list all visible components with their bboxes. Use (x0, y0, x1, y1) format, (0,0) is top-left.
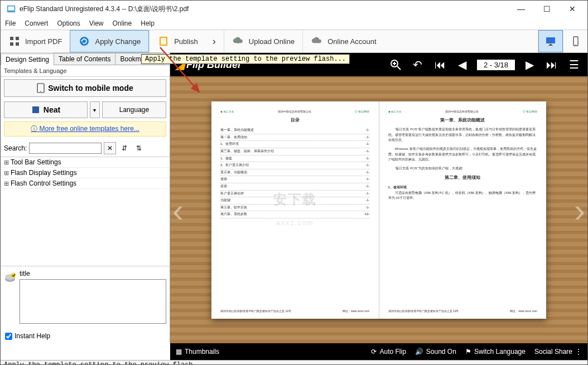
svg-rect-4 (10, 42, 13, 46)
monitor-icon (545, 36, 556, 47)
menu-icon[interactable]: ☰ (566, 57, 582, 72)
template-dropdown[interactable]: ▾ (90, 101, 100, 118)
svg-point-6 (80, 37, 89, 46)
prev-page-icon[interactable]: ◀ (455, 57, 470, 72)
upload-online-button[interactable]: Upload Online (224, 30, 302, 52)
window-title: eFlip Standard Unregistered 4.3.4 -- D:\… (20, 4, 508, 14)
mobile-icon (37, 83, 45, 93)
menu-bar: File Convert Options View Online Help (1, 17, 587, 30)
tab-design-setting[interactable]: Design Setting (1, 53, 54, 65)
expand-icon[interactable]: ⇵ (118, 142, 131, 154)
desktop-view-button[interactable] (538, 30, 563, 52)
prev-page-nav[interactable]: ‹ (172, 191, 184, 229)
refresh-icon (78, 35, 90, 47)
next-page-icon[interactable]: ▶ (522, 57, 537, 72)
sound-button[interactable]: 🔊 Sound On (415, 348, 456, 356)
mobile-icon (570, 36, 581, 47)
last-page-icon[interactable]: ⏭ (544, 57, 560, 72)
svg-rect-8 (161, 38, 166, 45)
thumbnails-button[interactable]: ▦ Thumbnails (176, 348, 219, 356)
page-indicator[interactable]: 2 - 3/18 (477, 60, 515, 70)
tree-flash-control[interactable]: Flash Control Settings (1, 178, 170, 189)
template-neat-button[interactable]: Neat (4, 101, 88, 118)
tooltip: Apply the template setting to the previe… (141, 54, 350, 64)
svg-rect-5 (16, 42, 19, 46)
instant-help-checkbox[interactable] (5, 333, 12, 340)
language-button[interactable]: Language (102, 101, 166, 118)
property-icon (4, 270, 16, 284)
publish-icon (157, 35, 170, 47)
import-pdf-button[interactable]: Import PDF (1, 30, 70, 52)
more-templates-link[interactable]: ⓘ More free online templates here... (4, 121, 166, 137)
menu-file[interactable]: File (5, 20, 16, 27)
svg-rect-2 (10, 37, 13, 40)
cloud-upload-icon (232, 35, 244, 47)
first-page-icon[interactable]: ⏮ (432, 57, 448, 72)
maximize-button[interactable]: ☐ (534, 1, 560, 17)
page-left: ◆ aLL'文长深圳中联信息科技有限公司◎ 每日网径 目录 第一章、系统功能概述… (211, 101, 379, 319)
import-icon (8, 35, 21, 47)
search-label: Search: (4, 144, 27, 152)
property-textarea[interactable] (20, 279, 166, 324)
app-icon (6, 4, 16, 14)
svg-rect-10 (550, 44, 552, 45)
svg-point-13 (575, 44, 576, 45)
publish-button[interactable]: Publish › (149, 30, 224, 52)
next-page-nav[interactable]: › (574, 191, 585, 229)
close-button[interactable]: ✕ (560, 1, 585, 17)
menu-options[interactable]: Options (57, 20, 80, 27)
cloud-icon (311, 35, 323, 47)
svg-rect-17 (32, 106, 39, 113)
clear-search-button[interactable]: ✕ (104, 142, 116, 154)
menu-help[interactable]: Help (141, 20, 155, 27)
page-right: ◆ aLL'文长深圳中联信息科技有限公司◎ 每日网径 第一章、系统功能概述 “每… (379, 101, 547, 319)
group-templates-language: Templates & Language (1, 65, 170, 77)
tree-flash-display[interactable]: Flash Display Settings (1, 168, 170, 178)
online-account-button[interactable]: Online Account (302, 30, 384, 52)
status-bar: Apply the template setting to the previe… (1, 360, 587, 365)
minimize-button[interactable]: ― (508, 1, 534, 17)
property-title: title (20, 270, 166, 278)
social-share-button[interactable]: Social Share ⋮ (534, 348, 582, 356)
tab-toc[interactable]: Table of Contents (54, 53, 115, 65)
collapse-icon[interactable]: ⇅ (133, 142, 145, 154)
svg-point-16 (40, 91, 41, 92)
tree-toolbar-settings[interactable]: Tool Bar Settings (1, 157, 170, 168)
svg-rect-1 (8, 7, 15, 11)
menu-convert[interactable]: Convert (25, 20, 48, 27)
apply-change-button[interactable]: Apply Change (70, 30, 149, 52)
switch-language-button[interactable]: ⚑ Switch Language (465, 348, 526, 356)
svg-rect-9 (546, 37, 555, 43)
instant-help-label: Instant Help (15, 332, 50, 340)
svg-rect-11 (548, 45, 553, 46)
chevron-right-icon: › (213, 36, 216, 47)
book-icon (31, 105, 40, 114)
auto-flip-button[interactable]: ⟳ Auto Flip (371, 348, 406, 356)
svg-rect-3 (16, 37, 19, 40)
zoom-in-icon[interactable] (388, 57, 403, 72)
menu-view[interactable]: View (89, 20, 104, 27)
search-input[interactable] (29, 143, 102, 154)
mobile-view-button[interactable] (563, 30, 587, 52)
menu-online[interactable]: Online (113, 20, 132, 27)
svg-line-22 (397, 66, 401, 70)
switch-mobile-button[interactable]: Switch to mobile mode (4, 79, 166, 97)
undo-icon[interactable]: ↶ (410, 57, 426, 72)
book-preview: ◆ aLL'文长深圳中联信息科技有限公司◎ 每日网径 目录 第一章、系统功能概述… (211, 101, 546, 319)
